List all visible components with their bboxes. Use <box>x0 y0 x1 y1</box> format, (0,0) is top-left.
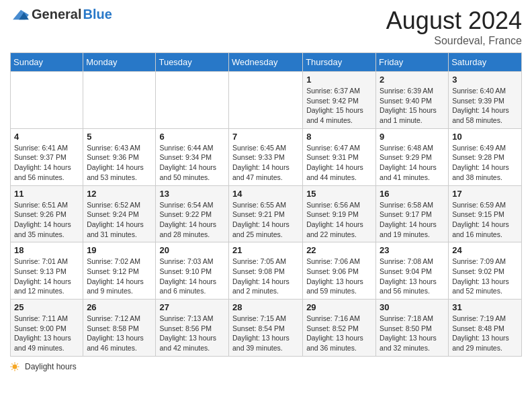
day-detail: Sunrise: 6:47 AM Sunset: 9:31 PM Dayligh… <box>306 143 372 183</box>
calendar-cell: 27Sunrise: 7:13 AM Sunset: 8:56 PM Dayli… <box>156 300 229 357</box>
day-number: 30 <box>380 302 445 312</box>
calendar-cell: 29Sunrise: 7:16 AM Sunset: 8:52 PM Dayli… <box>303 300 376 357</box>
day-detail: Sunrise: 7:18 AM Sunset: 8:50 PM Dayligh… <box>380 314 445 353</box>
day-number: 8 <box>306 132 372 142</box>
day-detail: Sunrise: 6:43 AM Sunset: 9:36 PM Dayligh… <box>87 143 152 183</box>
day-detail: Sunrise: 6:37 AM Sunset: 9:42 PM Dayligh… <box>306 86 372 126</box>
calendar-cell: 19Sunrise: 7:02 AM Sunset: 9:12 PM Dayli… <box>83 242 156 300</box>
day-number: 13 <box>159 189 225 199</box>
calendar-cell: 7Sunrise: 6:45 AM Sunset: 9:33 PM Daylig… <box>229 128 303 185</box>
day-detail: Sunrise: 7:11 AM Sunset: 9:00 PM Dayligh… <box>14 314 79 353</box>
calendar-cell: 5Sunrise: 6:43 AM Sunset: 9:36 PM Daylig… <box>83 128 156 185</box>
day-detail: Sunrise: 6:48 AM Sunset: 9:29 PM Dayligh… <box>380 143 445 183</box>
day-detail: Sunrise: 7:05 AM Sunset: 9:08 PM Dayligh… <box>232 257 299 296</box>
calendar-cell <box>83 72 156 129</box>
calendar-cell: 30Sunrise: 7:18 AM Sunset: 8:50 PM Dayli… <box>376 300 449 357</box>
day-number: 29 <box>306 302 372 312</box>
day-number: 5 <box>87 132 152 142</box>
calendar-cell: 18Sunrise: 7:01 AM Sunset: 9:13 PM Dayli… <box>11 242 83 300</box>
day-detail: Sunrise: 7:08 AM Sunset: 9:04 PM Dayligh… <box>380 257 445 296</box>
calendar-cell: 20Sunrise: 7:03 AM Sunset: 9:10 PM Dayli… <box>156 242 229 300</box>
day-number: 21 <box>232 245 299 255</box>
day-detail: Sunrise: 7:02 AM Sunset: 9:12 PM Dayligh… <box>87 257 152 296</box>
day-number: 26 <box>87 302 152 312</box>
calendar-cell <box>229 72 303 129</box>
calendar-cell: 14Sunrise: 6:55 AM Sunset: 9:21 PM Dayli… <box>229 185 303 242</box>
calendar-cell: 2Sunrise: 6:39 AM Sunset: 9:40 PM Daylig… <box>376 72 449 129</box>
day-header-wednesday: Wednesday <box>229 53 303 72</box>
svg-line-9 <box>17 363 17 364</box>
title-area: August 2024 Sourdeval, France <box>386 7 522 47</box>
day-detail: Sunrise: 7:13 AM Sunset: 8:56 PM Dayligh… <box>159 314 225 353</box>
day-number: 6 <box>159 132 225 142</box>
day-detail: Sunrise: 6:55 AM Sunset: 9:21 PM Dayligh… <box>232 200 299 240</box>
day-detail: Sunrise: 6:59 AM Sunset: 9:15 PM Dayligh… <box>452 200 518 240</box>
calendar-cell: 4Sunrise: 6:41 AM Sunset: 9:37 PM Daylig… <box>11 128 83 185</box>
logo-general-text: General <box>32 7 81 22</box>
day-detail: Sunrise: 7:01 AM Sunset: 9:13 PM Dayligh… <box>14 257 79 296</box>
day-detail: Sunrise: 7:19 AM Sunset: 8:48 PM Dayligh… <box>452 314 518 353</box>
day-number: 11 <box>14 189 79 199</box>
day-number: 19 <box>87 245 152 255</box>
day-number: 22 <box>306 245 372 255</box>
calendar-table: SundayMondayTuesdayWednesdayThursdayFrid… <box>10 52 522 357</box>
day-number: 24 <box>452 245 518 255</box>
calendar-cell: 26Sunrise: 7:12 AM Sunset: 8:58 PM Dayli… <box>83 300 156 357</box>
day-detail: Sunrise: 6:39 AM Sunset: 9:40 PM Dayligh… <box>380 86 445 126</box>
calendar-cell: 10Sunrise: 6:49 AM Sunset: 9:28 PM Dayli… <box>449 128 522 185</box>
calendar-cell: 1Sunrise: 6:37 AM Sunset: 9:42 PM Daylig… <box>303 72 376 129</box>
day-detail: Sunrise: 6:58 AM Sunset: 9:17 PM Dayligh… <box>380 200 445 240</box>
day-number: 2 <box>380 75 445 85</box>
day-number: 28 <box>232 302 299 312</box>
location-subtitle: Sourdeval, France <box>386 35 522 47</box>
day-detail: Sunrise: 7:09 AM Sunset: 9:02 PM Dayligh… <box>452 257 518 296</box>
day-number: 31 <box>452 302 518 312</box>
day-detail: Sunrise: 7:03 AM Sunset: 9:10 PM Dayligh… <box>159 257 225 296</box>
day-number: 15 <box>306 189 372 199</box>
day-number: 23 <box>380 245 445 255</box>
calendar-cell: 25Sunrise: 7:11 AM Sunset: 9:00 PM Dayli… <box>11 300 83 357</box>
day-header-sunday: Sunday <box>11 53 83 72</box>
svg-line-8 <box>17 369 17 369</box>
day-number: 18 <box>14 245 79 255</box>
calendar-cell <box>156 72 229 129</box>
day-detail: Sunrise: 6:45 AM Sunset: 9:33 PM Dayligh… <box>232 143 299 183</box>
calendar-cell: 31Sunrise: 7:19 AM Sunset: 8:48 PM Dayli… <box>449 300 522 357</box>
general-blue-icon <box>11 7 30 22</box>
calendar-cell: 8Sunrise: 6:47 AM Sunset: 9:31 PM Daylig… <box>303 128 376 185</box>
day-header-thursday: Thursday <box>303 53 376 72</box>
calendar-cell: 12Sunrise: 6:52 AM Sunset: 9:24 PM Dayli… <box>83 185 156 242</box>
day-header-saturday: Saturday <box>449 53 522 72</box>
day-detail: Sunrise: 6:40 AM Sunset: 9:39 PM Dayligh… <box>452 86 518 126</box>
day-number: 25 <box>14 302 79 312</box>
day-detail: Sunrise: 6:44 AM Sunset: 9:34 PM Dayligh… <box>159 143 225 183</box>
svg-point-2 <box>13 364 17 369</box>
day-number: 7 <box>232 132 299 142</box>
header: GeneralBlue August 2024 Sourdeval, Franc… <box>10 7 522 47</box>
calendar-cell: 17Sunrise: 6:59 AM Sunset: 9:15 PM Dayli… <box>449 185 522 242</box>
logo: GeneralBlue <box>10 7 112 22</box>
day-detail: Sunrise: 6:52 AM Sunset: 9:24 PM Dayligh… <box>87 200 152 240</box>
day-detail: Sunrise: 7:12 AM Sunset: 8:58 PM Dayligh… <box>87 314 152 353</box>
svg-line-10 <box>11 369 12 369</box>
day-number: 17 <box>452 189 518 199</box>
day-detail: Sunrise: 6:49 AM Sunset: 9:28 PM Dayligh… <box>452 143 518 183</box>
day-detail: Sunrise: 7:15 AM Sunset: 8:54 PM Dayligh… <box>232 314 299 353</box>
logo-blue-text: Blue <box>83 7 112 22</box>
day-number: 16 <box>380 189 445 199</box>
day-header-tuesday: Tuesday <box>156 53 229 72</box>
calendar-cell: 3Sunrise: 6:40 AM Sunset: 9:39 PM Daylig… <box>449 72 522 129</box>
day-detail: Sunrise: 6:41 AM Sunset: 9:37 PM Dayligh… <box>14 143 79 183</box>
day-number: 20 <box>159 245 225 255</box>
calendar-cell: 9Sunrise: 6:48 AM Sunset: 9:29 PM Daylig… <box>376 128 449 185</box>
day-detail: Sunrise: 6:51 AM Sunset: 9:26 PM Dayligh… <box>14 200 79 240</box>
calendar-cell: 15Sunrise: 6:56 AM Sunset: 9:19 PM Dayli… <box>303 185 376 242</box>
daylight-label: Daylight hours <box>25 362 77 371</box>
calendar-cell: 13Sunrise: 6:54 AM Sunset: 9:22 PM Dayli… <box>156 185 229 242</box>
sun-icon <box>10 362 19 371</box>
calendar-cell: 16Sunrise: 6:58 AM Sunset: 9:17 PM Dayli… <box>376 185 449 242</box>
day-number: 4 <box>14 132 79 142</box>
calendar-cell: 11Sunrise: 6:51 AM Sunset: 9:26 PM Dayli… <box>11 185 83 242</box>
day-number: 3 <box>452 75 518 85</box>
day-detail: Sunrise: 7:06 AM Sunset: 9:06 PM Dayligh… <box>306 257 372 296</box>
